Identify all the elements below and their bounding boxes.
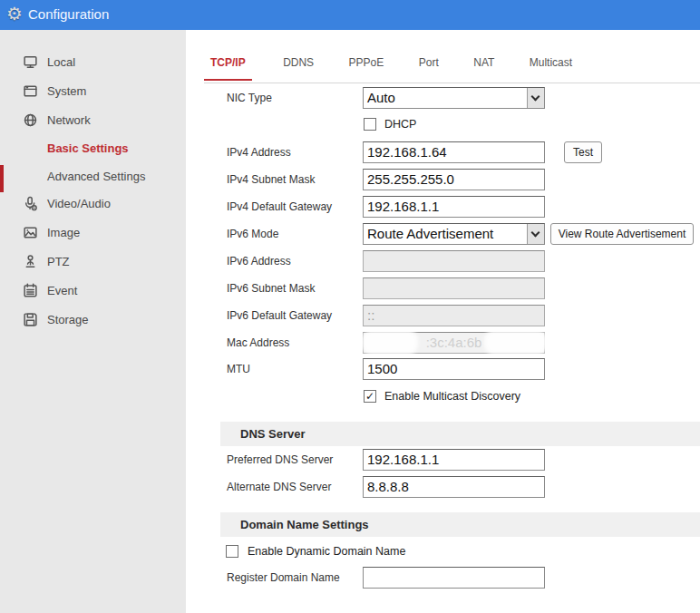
ipv4-address-label: IPv4 Address (227, 141, 363, 163)
mac-redaction-blur (484, 330, 548, 355)
ipv6-mode-value: Route Advertisement (367, 226, 493, 241)
nic-type-select[interactable]: Auto (363, 87, 545, 109)
multicast-discovery-checkbox[interactable]: ✓ (364, 390, 376, 403)
picture-icon (23, 225, 38, 240)
register-domain-input[interactable] (363, 567, 545, 589)
sidebar-item-basic-settings[interactable]: Basic Settings (0, 138, 186, 161)
window-icon (23, 83, 38, 99)
domain-name-section-title: Domain Name Settings (220, 512, 700, 537)
sidebar-item-system[interactable]: System (0, 81, 186, 104)
chevron-down-icon (527, 88, 544, 108)
register-domain-label: Register Domain Name (227, 567, 363, 589)
preferred-dns-input[interactable]: 192.168.1.1 (363, 449, 545, 471)
sidebar-item-network[interactable]: Network (0, 110, 186, 133)
title-bar: ⚙ Configuration (0, 0, 700, 30)
storage-icon (23, 312, 38, 327)
ipv6-subnet-label: IPv6 Subnet Mask (227, 277, 363, 299)
enable-dynamic-domain-label: Enable Dynamic Domain Name (248, 545, 405, 559)
tab-port[interactable]: Port (415, 56, 442, 80)
ipv6-address-input (363, 250, 545, 272)
gear-icon: ⚙ (6, 3, 23, 24)
mac-address-input: :3c:4a:6b (363, 332, 545, 354)
tab-bar: TCP/IP DDNS PPPoE Port NAT Multicast (204, 44, 700, 83)
nic-type-value: Auto (367, 90, 395, 105)
microphone-icon (23, 196, 38, 211)
alternate-dns-label: Alternate DNS Server (227, 476, 363, 498)
sidebar-item-image[interactable]: Image (0, 222, 186, 246)
sidebar-item-ptz[interactable]: PTZ (0, 251, 186, 275)
ptz-icon (23, 254, 38, 269)
mtu-input[interactable]: 1500 (363, 358, 545, 380)
mtu-label: MTU (227, 358, 363, 380)
multicast-discovery-label: Enable Multicast Discovery (384, 390, 520, 404)
tab-multicast[interactable]: Multicast (526, 56, 576, 80)
ipv6-mode-select[interactable]: Route Advertisement (363, 223, 545, 245)
monitor-icon (23, 54, 38, 70)
mac-redaction-blur (362, 330, 418, 355)
configuration-page: ⚙ Configuration Local System Network Bas… (0, 0, 700, 613)
test-button[interactable]: Test (564, 141, 602, 163)
alternate-dns-input[interactable]: 8.8.8.8 (363, 476, 545, 498)
ipv4-gateway-label: IPv4 Default Gateway (227, 196, 363, 218)
tab-pppoe[interactable]: PPPoE (345, 56, 388, 80)
sidebar-item-label: Event (47, 283, 77, 298)
sidebar-item-label: Basic Settings (47, 141, 129, 156)
ipv6-subnet-input (363, 277, 545, 299)
sidebar-item-label: PTZ (47, 254, 70, 269)
chevron-down-icon (527, 224, 544, 244)
active-item-marker (0, 165, 4, 192)
page-title: Configuration (28, 6, 109, 22)
sidebar-item-storage[interactable]: Storage (0, 309, 186, 333)
view-route-advertisement-button[interactable]: View Route Advertisement (550, 223, 694, 245)
ipv4-address-input[interactable]: 192.168.1.64 (363, 141, 545, 163)
sidebar-item-local[interactable]: Local (0, 52, 186, 75)
sidebar-item-label: Image (47, 225, 80, 240)
sidebar-item-label: Local (47, 54, 75, 70)
ipv6-mode-label: IPv6 Mode (227, 223, 363, 245)
sidebar-item-label: System (47, 83, 86, 99)
dns-server-section-header: DNS Server (220, 422, 700, 446)
dns-server-section-title: DNS Server (220, 422, 700, 446)
globe-icon (23, 112, 38, 128)
main-panel: TCP/IP DDNS PPPoE Port NAT Multicast NIC… (186, 30, 700, 613)
tab-nat[interactable]: NAT (470, 56, 498, 80)
calendar-icon (23, 283, 38, 298)
mac-address-label: Mac Address (227, 332, 363, 354)
ipv4-subnet-input[interactable]: 255.255.255.0 (363, 169, 545, 190)
sidebar-item-label: Network (47, 112, 91, 128)
tab-ddns[interactable]: DDNS (279, 56, 317, 80)
preferred-dns-label: Preferred DNS Server (227, 449, 363, 471)
nic-type-label: NIC Type (227, 87, 363, 109)
sidebar-item-label: Video/Audio (47, 196, 111, 211)
ipv6-gateway-label: IPv6 Default Gateway (227, 305, 363, 326)
sidebar-item-label: Advanced Settings (47, 169, 145, 184)
sidebar-item-event[interactable]: Event (0, 280, 186, 304)
dhcp-checkbox[interactable] (364, 118, 376, 131)
sidebar-item-advanced-settings[interactable]: Advanced Settings (0, 166, 186, 190)
ipv4-subnet-label: IPv4 Subnet Mask (227, 169, 363, 190)
ipv6-address-label: IPv6 Address (227, 250, 363, 272)
ipv4-gateway-input[interactable]: 192.168.1.1 (363, 196, 545, 218)
sidebar-item-video-audio[interactable]: Video/Audio (0, 193, 186, 217)
enable-dynamic-domain-checkbox[interactable] (226, 545, 238, 558)
sidebar-item-label: Storage (47, 312, 89, 327)
tab-tcpip[interactable]: TCP/IP (204, 56, 252, 81)
domain-name-section-header: Domain Name Settings (220, 512, 700, 537)
sidebar: Local System Network Basic Settings Adva… (0, 30, 186, 613)
ipv6-gateway-input: :: (363, 305, 545, 326)
dhcp-label: DHCP (384, 118, 416, 131)
